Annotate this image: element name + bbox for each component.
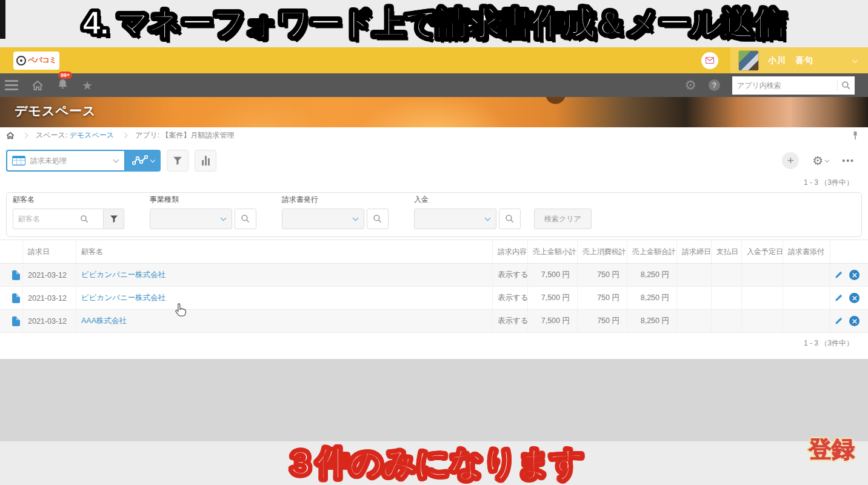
table-header-row: 請求日 顧客名 請求内容 売上金額小計 売上消費税計 売上金額合計 請求締日 支… xyxy=(0,239,868,264)
business-type-dropdown[interactable] xyxy=(150,209,232,229)
mouse-cursor xyxy=(173,302,188,321)
pagination-top[interactable]: 1 - 3 （3件中） xyxy=(0,178,868,189)
settings-gear-button[interactable]: ⚙ xyxy=(684,79,696,92)
close-icon xyxy=(852,319,857,324)
customer-search-input[interactable] xyxy=(13,215,80,223)
funnel-icon xyxy=(172,155,183,166)
delete-button[interactable] xyxy=(849,270,860,280)
cell-invoice-date: 2021-03-12 xyxy=(23,287,76,309)
table-row[interactable]: 2021-03-12 ビビカンパニー株式会社 表示する▸ 7,500 円 750… xyxy=(0,264,868,287)
filter-customer: 顧客名 xyxy=(13,195,124,229)
cell-invoice-content[interactable]: 表示する xyxy=(498,270,528,280)
table-row[interactable]: 2021-03-12 AAA株式会社 表示する▸ 7,500 円 750 円 8… xyxy=(0,310,868,333)
cell-closing-date xyxy=(677,264,712,286)
pin-icon[interactable] xyxy=(852,130,858,142)
global-navbar: 99+ ★ ⚙ ? xyxy=(0,73,868,97)
chart-button[interactable] xyxy=(195,150,216,172)
business-type-search-button[interactable] xyxy=(235,209,256,229)
cell-total: 8,250 円 xyxy=(627,287,677,309)
table-header: 売上金額小計 xyxy=(528,240,578,263)
payment-dropdown[interactable] xyxy=(414,209,496,229)
mail-notification-button[interactable] xyxy=(701,52,718,69)
breadcrumb-app-label: アプリ: 【案件】月額請求管理 xyxy=(135,130,235,141)
pagination-bottom[interactable]: 1 - 3 （3件中） xyxy=(0,333,868,353)
cell-subtotal: 7,500 円 xyxy=(528,264,578,286)
delete-button[interactable] xyxy=(849,293,860,303)
home-button[interactable] xyxy=(32,80,44,91)
cell-invoice-attachment xyxy=(783,310,830,332)
chevron-down-icon xyxy=(852,58,858,64)
app-settings-button[interactable]: ⚙ xyxy=(812,153,829,168)
cell-invoice-content[interactable]: 表示する xyxy=(498,316,528,326)
cell-subtotal: 7,500 円 xyxy=(528,287,578,309)
delete-button[interactable] xyxy=(849,316,860,326)
app-content: 請求未処理 xyxy=(0,144,868,359)
search-icon xyxy=(241,214,250,224)
notifications-button[interactable]: 99+ xyxy=(57,78,68,93)
bell-icon xyxy=(57,78,68,90)
chevron-down-icon xyxy=(221,215,227,221)
breadcrumb: スペース: デモスペース アプリ: 【案件】月額請求管理 xyxy=(0,127,868,144)
video-top-caption-band: 4. マネーフォワード上で請求書作成＆メール送信 xyxy=(0,0,868,47)
filter-payment-label: 入金 xyxy=(414,195,521,205)
record-icon[interactable] xyxy=(12,316,20,326)
graph-button[interactable] xyxy=(125,150,161,172)
clear-search-button[interactable]: 検索クリア xyxy=(534,209,592,229)
space-title[interactable]: デモスペース xyxy=(15,102,96,119)
invoice-issue-dropdown[interactable] xyxy=(282,209,364,229)
breadcrumb-space-link[interactable]: デモスペース xyxy=(70,130,114,141)
invoice-issue-search-button[interactable] xyxy=(367,209,389,229)
logo-mascot-icon xyxy=(16,56,26,65)
filter-invoice-issue: 請求書発行 xyxy=(282,195,389,229)
cell-invoice-content[interactable]: 表示する xyxy=(498,293,528,303)
table-header: 売上消費税計 xyxy=(578,240,627,263)
record-icon[interactable] xyxy=(12,270,20,280)
breadcrumb-separator-icon xyxy=(121,133,127,139)
more-options-button[interactable]: ••• xyxy=(842,156,855,166)
breadcrumb-home-button[interactable] xyxy=(6,132,15,139)
table-row[interactable]: 2021-03-12 ビビカンパニー株式会社 表示する▸ 7,500 円 750… xyxy=(0,287,868,310)
customer-filter-button[interactable] xyxy=(104,209,124,229)
app-search-input[interactable] xyxy=(732,76,837,95)
table-header: 顧客名 xyxy=(76,240,493,263)
funnel-icon xyxy=(109,214,119,224)
video-frame: 4. マネーフォワード上で請求書作成＆メール送信 ペパコミ 小川 喜句 xyxy=(0,0,868,485)
user-menu[interactable]: 小川 喜句 xyxy=(730,47,868,73)
video-edge-artifact xyxy=(0,0,5,39)
customer-link[interactable]: AAA株式会社 xyxy=(81,316,127,326)
chevron-down-icon xyxy=(150,157,155,162)
filter-business-type-label: 事業種類 xyxy=(150,195,256,205)
customer-link[interactable]: ビビカンパニー株式会社 xyxy=(81,293,165,303)
record-icon[interactable] xyxy=(12,293,20,303)
chevron-down-icon xyxy=(825,158,829,162)
add-record-button[interactable]: + xyxy=(782,152,799,169)
cell-tax: 750 円 xyxy=(578,264,627,286)
payment-search-button[interactable] xyxy=(499,209,521,229)
help-button[interactable]: ? xyxy=(709,79,720,91)
customer-search-box xyxy=(13,209,104,229)
filter-button[interactable] xyxy=(167,150,189,172)
favorites-button[interactable]: ★ xyxy=(82,79,93,92)
hamburger-menu-button[interactable] xyxy=(5,80,18,90)
cell-deposit-date xyxy=(742,287,783,309)
edit-pencil-icon[interactable] xyxy=(834,270,843,279)
search-button[interactable] xyxy=(837,81,851,90)
breadcrumb-separator-icon xyxy=(22,133,28,139)
envelope-icon xyxy=(706,57,714,64)
view-name: 請求未処理 xyxy=(30,156,67,166)
cell-total: 8,250 円 xyxy=(627,310,677,332)
search-icon xyxy=(841,81,851,90)
view-selector[interactable]: 請求未処理 xyxy=(6,150,125,172)
app-search-box xyxy=(732,76,855,95)
cell-subtotal: 7,500 円 xyxy=(528,310,578,332)
table-header: 請求日 xyxy=(23,240,76,263)
cell-tax: 750 円 xyxy=(578,310,627,332)
video-title: 4. マネーフォワード上で請求書作成＆メール送信 xyxy=(82,2,785,45)
edit-pencil-icon[interactable] xyxy=(834,316,843,326)
table-header: 入金予定日 xyxy=(742,240,783,263)
table-header: 請求締日 xyxy=(677,240,712,263)
edit-pencil-icon[interactable] xyxy=(834,293,843,303)
customer-link[interactable]: ビビカンパニー株式会社 xyxy=(81,270,165,280)
pepacomi-logo[interactable]: ペパコミ xyxy=(13,52,59,70)
user-name: 小川 喜句 xyxy=(768,55,813,66)
